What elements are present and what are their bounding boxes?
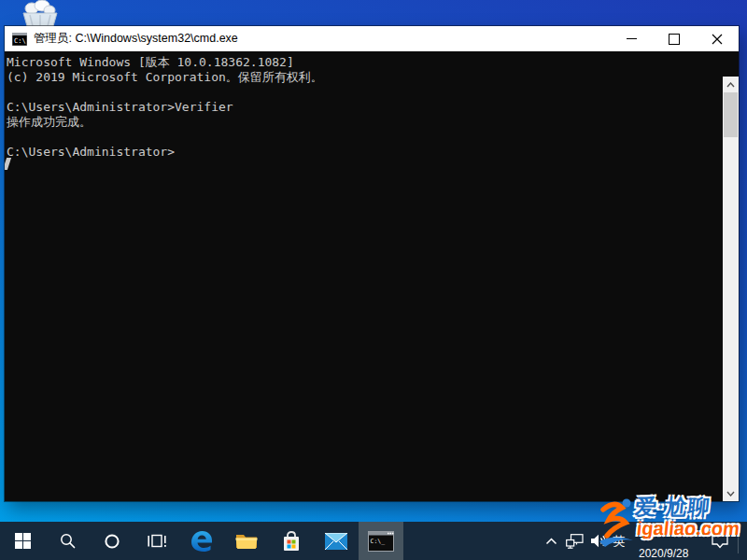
scroll-up-button[interactable] (723, 77, 739, 92)
desktop: C:\ 管理员: C:\Windows\system32\cmd.exe (0, 0, 747, 560)
console-line (7, 130, 720, 145)
start-button[interactable] (0, 522, 45, 560)
scrollbar-thumb[interactable] (724, 92, 738, 137)
cortana-button[interactable] (90, 522, 134, 560)
text-cursor (5, 158, 11, 170)
action-center-icon (711, 532, 729, 550)
console-line: (c) 2019 Microsoft Corporation。保留所有权利。 (7, 70, 720, 85)
taskbar-search-button[interactable] (45, 522, 90, 560)
file-explorer-button[interactable] (224, 522, 269, 560)
volume-icon (590, 534, 607, 548)
window-title: 管理员: C:\Windows\system32\cmd.exe (34, 31, 238, 47)
tray-network-button[interactable] (562, 522, 586, 560)
tray-ime-button[interactable]: 英 (607, 522, 631, 560)
console-line: Microsoft Windows [版本 10.0.18362.1082] (7, 55, 720, 70)
cmd-window: C:\ 管理员: C:\Windows\system32\cmd.exe (5, 26, 739, 501)
console-viewport[interactable]: Microsoft Windows [版本 10.0.18362.1082] (… (5, 51, 739, 501)
minimize-icon (627, 38, 637, 39)
chevron-up-icon (545, 538, 557, 545)
ime-language-label: 英 (613, 533, 626, 550)
close-button[interactable] (696, 26, 739, 51)
window-controls (610, 26, 739, 51)
console-output: Microsoft Windows [版本 10.0.18362.1082] (… (7, 55, 720, 160)
console-line: 操作成功完成。 (7, 115, 720, 130)
chevron-up-icon (726, 82, 735, 88)
close-icon (712, 34, 723, 45)
store-button[interactable] (269, 522, 314, 560)
svg-text:C:\: C:\ (14, 37, 26, 45)
svg-text:C:\_: C:\_ (371, 538, 386, 545)
action-center-button[interactable] (706, 522, 734, 560)
console-line: C:\Users\Administrator>Verifier (7, 100, 720, 115)
edge-button[interactable] (179, 522, 224, 560)
chevron-down-icon (726, 491, 735, 497)
store-bag-icon (281, 531, 302, 552)
maximize-icon (669, 34, 680, 45)
clock-date: 2020/9/28 (639, 547, 710, 560)
maximize-button[interactable] (653, 26, 696, 51)
vertical-scrollbar[interactable] (723, 77, 739, 501)
cmd-taskbar-button[interactable]: C:\_ (359, 522, 403, 560)
tray-hidden-icons-button[interactable] (540, 522, 562, 560)
console-line (7, 85, 720, 100)
network-icon (566, 534, 584, 549)
folder-icon (235, 532, 258, 550)
task-view-icon (148, 533, 166, 549)
show-desktop-separator (738, 528, 739, 553)
tray-clock[interactable]: 2020/9/28 (639, 522, 710, 560)
cmd-app-icon: C:\ (12, 33, 27, 46)
recycle-bin-icon[interactable] (19, 0, 62, 26)
console-window-icon: C:\_ (368, 531, 394, 552)
cortana-circle-icon (104, 533, 120, 550)
task-view-button[interactable] (134, 522, 179, 560)
console-prompt-line: C:\Users\Administrator> (7, 145, 720, 160)
minimize-button[interactable] (610, 26, 653, 51)
search-icon (60, 533, 76, 549)
taskbar: C:\_ 英 (0, 522, 747, 560)
scroll-down-button[interactable] (723, 485, 739, 501)
window-titlebar[interactable]: C:\ 管理员: C:\Windows\system32\cmd.exe (5, 26, 739, 51)
mail-icon (325, 533, 347, 550)
windows-logo-icon (15, 533, 31, 549)
mail-button[interactable] (314, 522, 359, 560)
edge-icon (190, 529, 214, 553)
